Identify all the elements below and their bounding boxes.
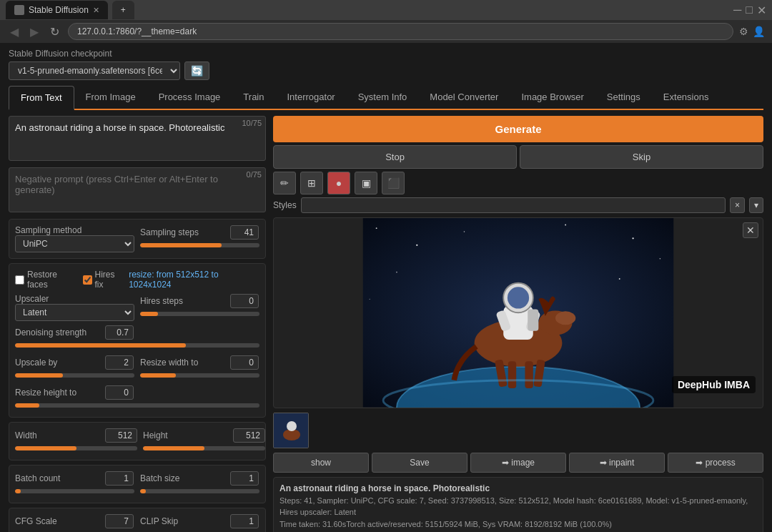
height-input[interactable]: 512 <box>233 428 265 443</box>
tab-from-image[interactable]: From Image <box>74 86 147 109</box>
denoising-input[interactable]: 0.7 <box>105 325 134 340</box>
face-hires-row: Restore faces Hires fix resize: from 512… <box>15 270 259 290</box>
upscaler-label: Upscaler <box>15 294 134 304</box>
to-image-button[interactable]: ➡ image <box>470 453 566 473</box>
sampling-steps-fill <box>140 243 222 247</box>
upscale-by-input[interactable]: 2 <box>105 355 134 370</box>
sampling-steps-label: Sampling steps <box>140 227 226 237</box>
upscale-by-slider[interactable] <box>15 370 134 381</box>
tab-train[interactable]: Train <box>232 86 275 109</box>
image-info-time: Time taken: 31.60sTorch active/reserved:… <box>279 518 757 531</box>
batch-size-slider[interactable] <box>140 486 259 497</box>
batch-row: Batch count 1 Batch size 1 <box>15 471 259 497</box>
upscaler-select[interactable]: Latent <box>15 304 134 321</box>
clip-skip-slider[interactable] <box>140 528 259 532</box>
positive-prompt-input[interactable]: An astronaut riding a horse in space. Ph… <box>9 116 266 161</box>
styles-selector-row: Styles × ▾ <box>273 197 763 213</box>
new-tab-button[interactable]: + <box>112 1 134 19</box>
wh-section: Width 512 Height 512 <box>9 422 266 460</box>
denoising-slider[interactable] <box>15 340 259 351</box>
style-circle-button[interactable]: ● <box>327 172 350 194</box>
hires-steps-slider[interactable] <box>140 308 259 320</box>
resize-width-input[interactable]: 0 <box>230 355 259 370</box>
skip-button[interactable]: Skip <box>520 145 763 169</box>
image-close-button[interactable]: ✕ <box>743 222 758 238</box>
cfg-scale-slider[interactable] <box>15 528 134 532</box>
restore-faces-checkbox-label[interactable]: Restore faces <box>15 270 79 290</box>
styles-dropdown[interactable] <box>301 197 726 213</box>
checkpoint-refresh-button[interactable]: 🔄 <box>184 61 209 80</box>
image-info-title: An astronaut riding a horse in space. Ph… <box>279 483 757 493</box>
to-inpaint-button[interactable]: ➡ inpaint <box>569 453 665 473</box>
save-button[interactable]: Save <box>372 453 467 473</box>
style-icon-buttons: ✏ ⊞ ● ▣ ⬛ <box>273 172 763 194</box>
hires-steps-input[interactable]: 0 <box>230 294 259 308</box>
denoising-row: Denoising strength 0.7 <box>15 325 259 340</box>
extensions-icon[interactable]: ⚙ <box>739 26 748 37</box>
tab-close-button[interactable]: ✕ <box>93 6 99 15</box>
tab-interrogator[interactable]: Interrogator <box>275 86 346 109</box>
clip-skip-input[interactable]: 1 <box>230 514 259 528</box>
sampling-steps-header: Sampling steps 41 <box>140 225 259 240</box>
restore-faces-checkbox[interactable] <box>15 275 24 285</box>
width-input[interactable]: 512 <box>105 428 137 443</box>
face-hires-section: Restore faces Hires fix resize: from 512… <box>9 263 266 418</box>
batch-count-group: Batch count 1 <box>15 471 134 497</box>
tab-from-text[interactable]: From Text <box>9 86 74 110</box>
hires-steps-label: Hires steps <box>140 296 226 306</box>
resize-height-input[interactable]: 0 <box>105 385 134 400</box>
checkpoint-select[interactable]: v1-5-pruned-emaonly.safetensors [6ce0161… <box>9 61 180 80</box>
address-bar[interactable] <box>68 23 733 40</box>
checkpoint-row: v1-5-pruned-emaonly.safetensors [6ce0161… <box>9 61 763 80</box>
show-button[interactable]: show <box>273 453 369 473</box>
restore-faces-label: Restore faces <box>27 270 79 290</box>
sampling-method-select[interactable]: UniPC <box>15 235 134 252</box>
cfg-scale-group: CFG Scale 7 <box>15 514 134 532</box>
image-info-steps: Steps: 41, Sampler: UniPC, CFG scale: 7,… <box>279 495 757 518</box>
resize-width-label: Resize width to <box>140 358 226 368</box>
tab-image-browser[interactable]: Image Browser <box>510 86 595 109</box>
forward-button[interactable]: ▶ <box>27 24 41 40</box>
maximize-icon[interactable]: □ <box>746 4 753 17</box>
resize-height-track <box>15 403 259 408</box>
batch-count-input[interactable]: 1 <box>105 471 134 486</box>
styles-dropdown-button[interactable]: ▾ <box>749 197 763 213</box>
style-pencil-button[interactable]: ✏ <box>273 172 296 194</box>
style-palette-button[interactable]: ⬛ <box>382 172 405 194</box>
tab-process-image[interactable]: Process Image <box>147 86 232 109</box>
upscale-by-track <box>15 373 134 378</box>
reload-button[interactable]: ↻ <box>47 24 62 40</box>
back-button[interactable]: ◀ <box>7 24 21 40</box>
to-process-button[interactable]: ➡ process <box>668 453 763 473</box>
width-slider[interactable] <box>15 443 137 454</box>
resize-height-slider[interactable] <box>15 400 259 411</box>
tab-model-converter[interactable]: Model Converter <box>418 86 510 109</box>
generate-button[interactable]: Generate <box>273 116 763 142</box>
batch-count-slider[interactable] <box>15 486 134 497</box>
cfg-scale-input[interactable]: 7 <box>105 514 134 528</box>
styles-clear-button[interactable]: × <box>730 197 745 213</box>
height-slider[interactable] <box>143 443 265 454</box>
hires-fix-checkbox[interactable] <box>83 275 92 285</box>
style-grid-button[interactable]: ⊞ <box>300 172 323 194</box>
thumbnail-item[interactable] <box>273 413 309 448</box>
hires-fix-checkbox-label[interactable]: Hires fix <box>83 270 125 290</box>
height-track <box>143 446 265 450</box>
negative-prompt-input[interactable] <box>9 167 266 212</box>
upscaler-group: Upscaler Latent <box>15 294 134 321</box>
batch-size-input[interactable]: 1 <box>230 471 259 486</box>
batch-count-header: Batch count 1 <box>15 471 134 486</box>
profile-icon[interactable]: 👤 <box>753 26 765 37</box>
style-square-button[interactable]: ▣ <box>355 172 377 194</box>
minimize-icon[interactable]: ─ <box>733 4 741 17</box>
hires-steps-header: Hires steps 0 <box>140 294 259 308</box>
stop-button[interactable]: Stop <box>273 145 517 169</box>
tab-system-info[interactable]: System Info <box>347 86 419 109</box>
sampling-steps-input[interactable]: 41 <box>230 225 259 240</box>
browser-tab-active[interactable]: Stable Diffusion ✕ <box>6 1 108 19</box>
sampling-steps-slider[interactable] <box>140 240 259 251</box>
resize-width-slider[interactable] <box>140 370 259 381</box>
tab-extensions[interactable]: Extensions <box>652 86 721 109</box>
close-window-icon[interactable]: ✕ <box>757 4 766 17</box>
tab-settings[interactable]: Settings <box>595 86 652 109</box>
